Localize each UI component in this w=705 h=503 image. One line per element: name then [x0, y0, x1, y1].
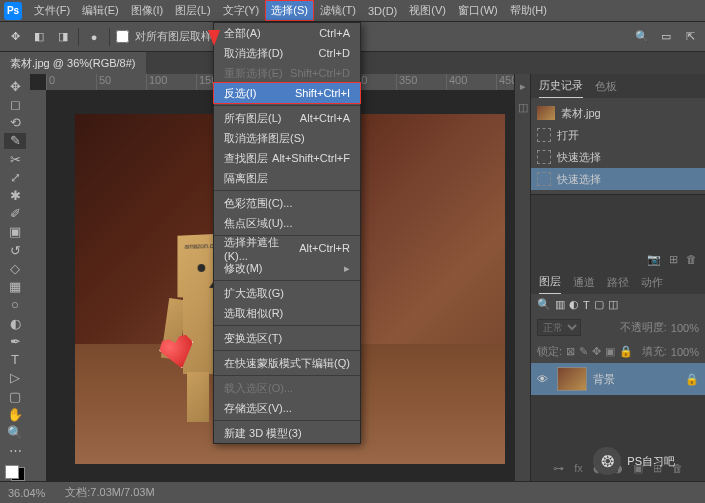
more-tools[interactable]: ⋯	[4, 443, 26, 459]
swatches-tab[interactable]: 色板	[595, 75, 617, 98]
dodge-tool[interactable]: ◐	[4, 315, 26, 331]
layer-name[interactable]: 背景	[593, 372, 615, 387]
history-state[interactable]: 快速选择	[531, 146, 705, 168]
lasso-tool[interactable]: ⟲	[4, 114, 26, 130]
brush-size-icon[interactable]: ●	[85, 28, 103, 46]
menu-3d[interactable]: 3D(D)	[362, 2, 403, 20]
menu-view[interactable]: 视图(V)	[403, 0, 452, 21]
zoom-tool[interactable]: 🔍	[4, 424, 26, 440]
filter-pill[interactable]: ◫	[608, 298, 618, 311]
pen-tool[interactable]: ✒	[4, 333, 26, 349]
camera-icon[interactable]: 📷	[647, 253, 661, 266]
path-tool[interactable]: ▷	[4, 370, 26, 386]
type-tool[interactable]: T	[4, 352, 26, 368]
stamp-tool[interactable]: ▣	[4, 224, 26, 240]
history-snapshot[interactable]: 素材.jpg	[531, 102, 705, 124]
lock-icon[interactable]: ▣	[605, 345, 615, 358]
document-tab[interactable]: 素材.jpg @ 36%(RGB/8#)	[0, 52, 146, 74]
menu-filter[interactable]: 滤镜(T)	[314, 0, 362, 21]
menu-item: 载入选区(O)...	[214, 378, 360, 398]
actions-tab[interactable]: 动作	[641, 271, 663, 294]
eyedropper-tool[interactable]: ⤢	[4, 169, 26, 185]
menu-item[interactable]: 反选(I)Shift+Ctrl+I	[214, 83, 360, 103]
visibility-icon[interactable]: 👁	[537, 373, 551, 385]
history-panel: 素材.jpg 打开 快速选择 快速选择	[531, 98, 705, 195]
trash-icon[interactable]: 🗑	[686, 253, 697, 265]
lock-icon[interactable]: ✎	[579, 345, 588, 358]
history-panel-tabs: 历史记录 色板	[531, 74, 705, 98]
panel-icon[interactable]: ◫	[518, 101, 528, 114]
brush-tool[interactable]: ✐	[4, 206, 26, 222]
menu-file[interactable]: 文件(F)	[28, 0, 76, 21]
zoom-level[interactable]: 36.04%	[8, 487, 45, 499]
menu-item[interactable]: 焦点区域(U)...	[214, 213, 360, 233]
hand-tool[interactable]: ✋	[4, 406, 26, 422]
color-swatches[interactable]	[5, 465, 25, 481]
document-size[interactable]: 文档:7.03M/7.03M	[65, 485, 154, 500]
menu-item[interactable]: 在快速蒙版模式下编辑(Q)	[214, 353, 360, 373]
layer-thumbnail[interactable]	[557, 367, 587, 391]
filter-icon[interactable]: 🔍	[537, 298, 551, 311]
lock-icon[interactable]: ✥	[592, 345, 601, 358]
share-icon[interactable]: ⇱	[681, 28, 699, 46]
workspace-icon[interactable]: ▭	[657, 28, 675, 46]
menu-item[interactable]: 全部(A)Ctrl+A	[214, 23, 360, 43]
filter-pill[interactable]: ◐	[569, 298, 579, 311]
healing-tool[interactable]: ✱	[4, 187, 26, 203]
crop-tool[interactable]: ✂	[4, 151, 26, 167]
fx-icon[interactable]: fx	[574, 462, 583, 474]
menu-image[interactable]: 图像(I)	[125, 0, 169, 21]
eraser-tool[interactable]: ◇	[4, 260, 26, 276]
collapsed-panels[interactable]: ▸ ◫	[514, 74, 530, 481]
add-selection-icon[interactable]: ◧	[30, 28, 48, 46]
shape-tool[interactable]: ▢	[4, 388, 26, 404]
tool-preset-icon[interactable]: ✥	[6, 28, 24, 46]
blur-tool[interactable]: ○	[4, 297, 26, 313]
lock-label: 锁定:	[537, 344, 562, 359]
menu-item[interactable]: 色彩范围(C)...	[214, 193, 360, 213]
lock-icon[interactable]: ⊠	[566, 345, 575, 358]
lock-icon[interactable]: 🔒	[619, 345, 633, 358]
menu-item[interactable]: 新建 3D 模型(3)	[214, 423, 360, 443]
menu-edit[interactable]: 编辑(E)	[76, 0, 125, 21]
layers-tab[interactable]: 图层	[539, 270, 561, 295]
history-state[interactable]: 快速选择	[531, 168, 705, 190]
menu-item[interactable]: 查找图层Alt+Shift+Ctrl+F	[214, 148, 360, 168]
menu-item[interactable]: 扩大选取(G)	[214, 283, 360, 303]
history-state[interactable]: 打开	[531, 124, 705, 146]
history-brush-tool[interactable]: ↺	[4, 242, 26, 258]
layer-row[interactable]: 👁 背景 🔒	[531, 363, 705, 395]
sub-selection-icon[interactable]: ◨	[54, 28, 72, 46]
marquee-tool[interactable]: ◻	[4, 96, 26, 112]
search-icon[interactable]: 🔍	[633, 28, 651, 46]
menu-type[interactable]: 文字(Y)	[217, 0, 266, 21]
menu-item[interactable]: 选取相似(R)	[214, 303, 360, 323]
menu-help[interactable]: 帮助(H)	[504, 0, 553, 21]
link-icon[interactable]: ⊶	[553, 462, 564, 475]
blend-mode-select[interactable]: 正常	[537, 319, 581, 336]
paths-tab[interactable]: 路径	[607, 271, 629, 294]
menu-select[interactable]: 选择(S)	[265, 0, 314, 21]
menu-item[interactable]: 存储选区(V)...	[214, 398, 360, 418]
menu-window[interactable]: 窗口(W)	[452, 0, 504, 21]
menu-item[interactable]: 选择并遮住(K)...Alt+Ctrl+R	[214, 238, 360, 258]
quick-select-tool[interactable]: ✎	[4, 133, 26, 149]
menu-item[interactable]: 取消选择(D)Ctrl+D	[214, 43, 360, 63]
panel-icon[interactable]: ▸	[520, 80, 526, 93]
move-tool[interactable]: ✥	[4, 78, 26, 94]
layers-panel-tabs: 图层 通道 路径 动作	[531, 270, 705, 294]
sample-all-checkbox[interactable]	[116, 30, 129, 43]
gradient-tool[interactable]: ▦	[4, 279, 26, 295]
new-icon[interactable]: ⊞	[669, 253, 678, 266]
channels-tab[interactable]: 通道	[573, 271, 595, 294]
menu-item: 重新选择(E)Shift+Ctrl+D	[214, 63, 360, 83]
filter-pill[interactable]: ▥	[555, 298, 565, 311]
menu-item[interactable]: 所有图层(L)Alt+Ctrl+A	[214, 108, 360, 128]
menu-layer[interactable]: 图层(L)	[169, 0, 216, 21]
filter-pill[interactable]: T	[583, 299, 590, 311]
menu-item[interactable]: 隔离图层	[214, 168, 360, 188]
filter-pill[interactable]: ▢	[594, 298, 604, 311]
menu-item[interactable]: 变换选区(T)	[214, 328, 360, 348]
history-tab[interactable]: 历史记录	[539, 74, 583, 99]
menu-item[interactable]: 取消选择图层(S)	[214, 128, 360, 148]
